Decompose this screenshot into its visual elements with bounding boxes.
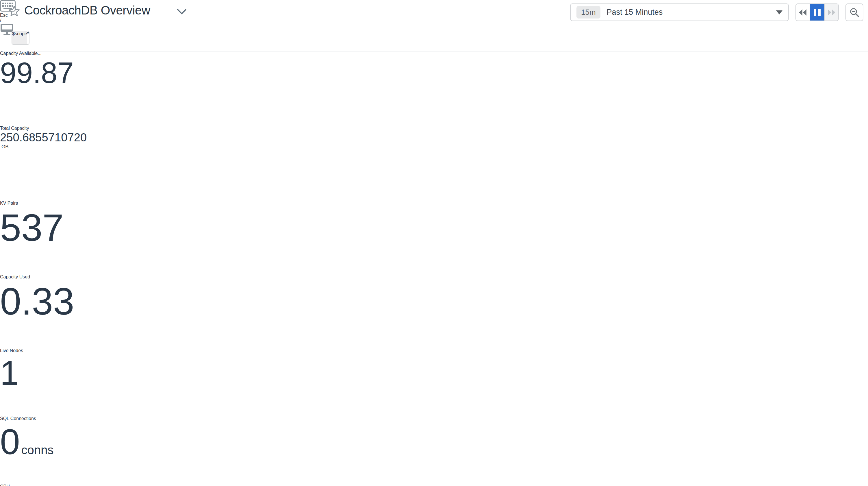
- stat-card-sql-connections: SQL Connections 0 conns: [0, 416, 78, 484]
- fast-forward-icon: [827, 9, 836, 16]
- stat-title: Total Capacity: [0, 126, 78, 131]
- time-range-caret-icon: [776, 10, 782, 15]
- stat-unit: conns: [21, 443, 54, 457]
- template-variable-scope[interactable]: $scope *: [11, 31, 29, 45]
- stat-unit: GB: [1, 138, 9, 149]
- stat-card-capacity-available: Capacity Available... 99.87: [0, 51, 80, 126]
- rewind-button[interactable]: [796, 4, 810, 21]
- pause-button[interactable]: [810, 4, 825, 21]
- top-toolbar: CockroachDB Overview 15m Past 15 Minutes: [0, 0, 868, 52]
- group-header-cpu[interactable]: CPU: [0, 484, 228, 486]
- scope-variable-value: *: [27, 31, 29, 36]
- pause-icon: [814, 9, 820, 16]
- stat-title: SQL Connections: [0, 416, 78, 421]
- time-range-label: Past 15 Minutes: [607, 8, 776, 17]
- stat-title: Live Nodes: [0, 348, 80, 353]
- rewind-icon: [798, 9, 807, 16]
- zoom-out-button[interactable]: [845, 3, 863, 21]
- stat-value: 0: [0, 422, 20, 462]
- zoom-out-icon: [849, 7, 859, 17]
- dashboard-canvas: CockroachDB Capacity Available... 99.87 …: [0, 0, 868, 486]
- favorite-star-icon[interactable]: [7, 5, 21, 18]
- time-range-selector[interactable]: 15m Past 15 Minutes: [570, 3, 789, 21]
- stat-title: Capacity Available...: [0, 51, 80, 56]
- timeline-playback-controls: [796, 3, 839, 21]
- stat-value: 99.87: [0, 56, 74, 89]
- time-range-badge: 15m: [577, 6, 600, 19]
- fast-forward-button[interactable]: [824, 4, 838, 21]
- stat-card-capacity-used: Capacity Used 0.33: [0, 275, 78, 348]
- stat-title: KV Pairs: [0, 201, 80, 206]
- stat-value: 1: [0, 354, 19, 392]
- stat-title: Capacity Used: [0, 275, 78, 280]
- stat-card-total-capacity: Total Capacity 250.6855710720 GB: [0, 126, 78, 201]
- dashboard-title: CockroachDB Overview: [24, 3, 150, 17]
- title-chevron-down-icon[interactable]: [177, 8, 187, 15]
- scope-variable-name: $scope: [12, 31, 27, 44]
- stat-value: 0.33: [0, 280, 74, 323]
- stat-value: 537: [0, 206, 64, 249]
- stat-card-live-nodes: Live Nodes 1: [0, 348, 80, 416]
- group-label: CPU: [0, 484, 10, 486]
- stat-card-kv-pairs: KV Pairs 537: [0, 201, 80, 275]
- stat-value: 250.6855710720: [0, 131, 87, 144]
